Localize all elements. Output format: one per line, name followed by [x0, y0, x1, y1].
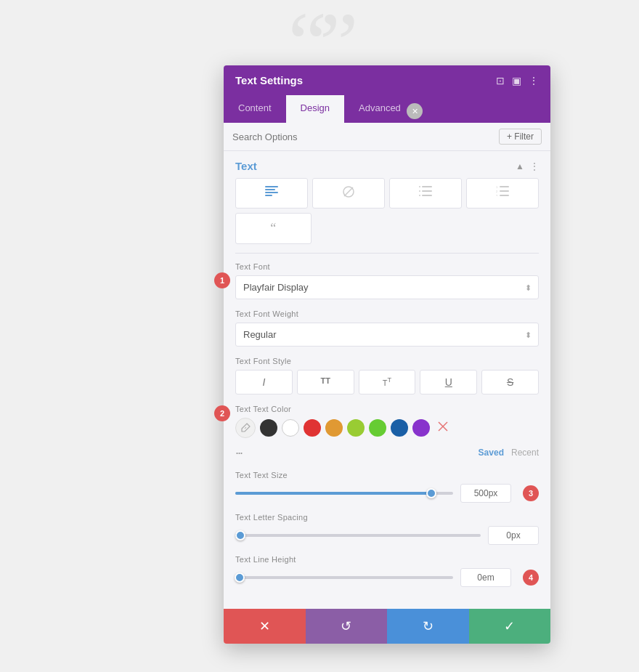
columns-icon[interactable]: ▣ [512, 75, 521, 86]
capitalize-btn[interactable]: TT [359, 370, 416, 394]
text-color-field: Text Text Color [235, 405, 539, 461]
text-font-weight-label: Text Font Weight [235, 309, 539, 318]
tab-design[interactable]: Design [286, 95, 344, 123]
section-header: Text ▲ ⋮ [235, 151, 539, 178]
tab-advanced[interactable]: Advanced [344, 95, 415, 123]
text-size-label: Text Text Size [235, 471, 539, 479]
text-size-slider-row: 3 [235, 484, 539, 503]
eyedropper-btn[interactable] [235, 418, 256, 438]
strikethrough-btn[interactable]: S [481, 370, 539, 394]
svg-rect-12 [500, 186, 509, 187]
svg-rect-1 [265, 189, 275, 190]
text-font-style-field: Text Font Style I TT TT U S [235, 357, 539, 394]
text-size-track[interactable] [235, 492, 453, 495]
color-yellow-green[interactable] [347, 419, 365, 437]
text-size-value[interactable] [460, 484, 511, 503]
font-style-buttons: I TT TT U S [235, 370, 539, 394]
text-font-select-wrapper: Playfair Display [235, 275, 539, 299]
text-letter-spacing-value[interactable] [488, 526, 539, 545]
text-line-height-slider-row: 4 [235, 568, 539, 587]
tab-bar: Content Design Advanced [224, 95, 550, 123]
text-letter-spacing-field: Text Letter Spacing [235, 513, 539, 545]
svg-text:3: 3 [496, 194, 498, 196]
modal-close-x[interactable]: ✕ [407, 103, 423, 119]
color-orange[interactable] [325, 419, 343, 437]
step-2-badge: 2 [214, 405, 230, 421]
text-font-weight-select-wrapper: Regular [235, 323, 539, 347]
color-purple[interactable] [412, 419, 430, 437]
step-3-badge: 3 [523, 485, 539, 501]
svg-line-18 [245, 427, 246, 429]
text-line-height-value[interactable] [460, 568, 511, 587]
recent-tab[interactable]: Recent [511, 448, 539, 458]
svg-rect-7 [422, 190, 432, 192]
svg-point-9 [419, 186, 420, 187]
color-red[interactable] [304, 419, 321, 437]
uppercase-btn[interactable]: TT [297, 370, 354, 394]
underline-btn[interactable]: U [420, 370, 477, 394]
text-line-height-thumb[interactable] [235, 572, 245, 583]
step-4-badge: 4 [523, 570, 539, 586]
list-ordered-btn[interactable]: 1 2 3 [466, 178, 539, 209]
color-edit-icon[interactable] [437, 421, 449, 435]
color-green[interactable] [369, 419, 386, 437]
reset-button[interactable]: ↺ [306, 609, 388, 644]
text-size-fill [235, 492, 431, 495]
align-left-btn[interactable] [235, 178, 308, 209]
text-font-select[interactable]: Playfair Display [235, 275, 539, 299]
save-button[interactable]: ✓ [469, 609, 551, 644]
text-line-height-field: Text Line Height 4 [235, 555, 539, 587]
section-controls: ▲ ⋮ [516, 161, 539, 171]
section-title: Text [235, 160, 257, 172]
color-black[interactable] [260, 419, 277, 437]
text-letter-spacing-track[interactable] [235, 534, 481, 537]
svg-rect-6 [422, 186, 432, 187]
svg-rect-14 [500, 195, 509, 196]
search-bar: + Filter [224, 123, 550, 151]
text-line-height-label: Text Line Height [235, 555, 539, 564]
color-dark-blue[interactable] [391, 419, 408, 437]
svg-point-10 [419, 190, 420, 192]
more-icon[interactable]: ⋮ [529, 75, 539, 86]
svg-line-5 [344, 187, 353, 196]
svg-rect-13 [500, 190, 509, 192]
modal-title: Text Settings [235, 74, 303, 86]
tab-content[interactable]: Content [224, 95, 286, 123]
responsive-icon[interactable]: ⊡ [496, 75, 505, 86]
header-icons: ⊡ ▣ ⋮ [496, 75, 539, 86]
text-line-height-track[interactable] [235, 576, 453, 579]
align-none-btn[interactable] [312, 178, 385, 209]
text-font-weight-select[interactable]: Regular [235, 323, 539, 347]
svg-point-11 [419, 195, 420, 196]
step-1-badge: 1 [214, 272, 230, 288]
more-colors-btn[interactable]: ··· [235, 445, 242, 461]
svg-text:1: 1 [496, 186, 498, 189]
section-more-icon[interactable]: ⋮ [530, 161, 539, 171]
quote-row: “ [235, 213, 539, 244]
color-white[interactable] [282, 419, 299, 437]
chevron-up-icon[interactable]: ▲ [516, 161, 524, 171]
search-input[interactable] [232, 131, 493, 142]
saved-recent-tabs: Saved Recent [479, 448, 539, 458]
filter-button[interactable]: + Filter [499, 129, 542, 145]
svg-rect-2 [265, 192, 278, 193]
redo-button[interactable]: ↻ [387, 609, 469, 644]
modal-header: Text Settings ⊡ ▣ ⋮ [224, 65, 550, 95]
text-letter-spacing-label: Text Letter Spacing [235, 513, 539, 522]
alignment-grid: 1 2 3 [235, 178, 539, 209]
text-letter-spacing-slider-row [235, 526, 539, 545]
italic-btn[interactable]: I [235, 370, 293, 394]
text-color-label: Text Text Color [235, 405, 539, 413]
text-font-weight-field: Text Font Weight Regular [235, 309, 539, 347]
cancel-button[interactable]: ✕ [224, 609, 306, 644]
saved-tab[interactable]: Saved [479, 448, 504, 458]
list-unordered-btn[interactable] [389, 178, 462, 209]
text-font-style-label: Text Font Style [235, 357, 539, 365]
text-size-thumb[interactable] [426, 488, 436, 498]
quote-btn[interactable]: “ [235, 213, 312, 244]
modal-footer: ✕ ↺ ↻ ✓ [224, 609, 550, 644]
text-settings-modal: Text Settings ⊡ ▣ ⋮ Content Design Advan… [224, 65, 550, 644]
text-letter-spacing-thumb[interactable] [235, 530, 245, 541]
svg-text:2: 2 [496, 190, 498, 193]
panel-body: Text ▲ ⋮ [224, 151, 550, 609]
